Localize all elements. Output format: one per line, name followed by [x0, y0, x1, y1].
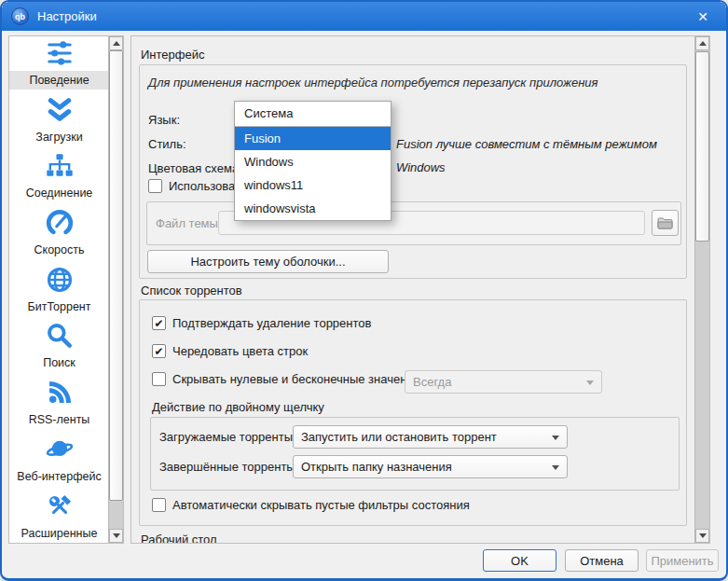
sliders-icon — [46, 39, 74, 67]
checkbox-box[interactable]: ✔ — [152, 344, 166, 358]
checkbox-box[interactable]: ✔ — [152, 316, 166, 330]
completed-action-combobox[interactable]: Открыть папку назначения — [293, 455, 568, 478]
sidebar-item-advanced[interactable]: Расширенные — [9, 490, 109, 545]
sidebar-item-list: Поведение Загрузки Соединение Скорость — [9, 36, 109, 544]
dropdown-item-windows11[interactable]: windows11 — [235, 173, 391, 197]
language-label: Язык: — [148, 108, 180, 131]
content-scrollbar[interactable] — [694, 36, 709, 543]
confirm-deletion-checkbox[interactable]: ✔ Подтверждать удаление торрентов — [152, 316, 371, 330]
style-dropdown-popup: Система Fusion Windows windows11 windows… — [234, 101, 391, 221]
folder-icon — [657, 217, 673, 229]
window-title: Настройки — [37, 2, 97, 31]
checkbox-box[interactable] — [152, 372, 166, 386]
dropdown-item-windows[interactable]: Windows — [235, 150, 391, 173]
checkbox-label: Чередовать цвета строк — [172, 344, 308, 358]
button-label: Применить — [651, 554, 713, 568]
scroll-up-button[interactable] — [695, 36, 709, 50]
combobox-value: Открыть папку назначения — [301, 460, 452, 474]
speedometer-icon — [46, 209, 74, 237]
sidebar-item-connection[interactable]: Соединение — [9, 149, 109, 206]
sidebar-item-search[interactable]: Поиск — [9, 319, 109, 376]
triangle-up-icon — [699, 41, 707, 46]
sidebar-item-bittorrent[interactable]: БитТоррент — [9, 263, 109, 320]
scroll-up-button[interactable] — [109, 36, 123, 50]
hide-values-combobox: Всегда — [405, 370, 602, 394]
scrollbar-handle[interactable] — [109, 50, 123, 501]
theme-file-label: Файл темы: — [156, 212, 222, 235]
checkbox-box[interactable] — [148, 179, 162, 193]
restart-notice: Для применения настроек интерфейса потре… — [148, 76, 598, 90]
button-label: OK — [511, 554, 529, 568]
sidebar-item-label: Расширенные — [9, 524, 109, 543]
apply-button: Применить — [646, 549, 719, 572]
sidebar-item-label: Соединение — [9, 184, 109, 202]
scrollbar-handle[interactable] — [695, 51, 709, 242]
close-button[interactable]: ✕ — [687, 4, 719, 29]
customize-theme-button[interactable]: Настроить тему оболочки... — [147, 250, 389, 273]
settings-content-panel: Интерфейс Для применения настроек интерф… — [130, 35, 710, 544]
dropdown-arrow-icon — [586, 380, 594, 385]
color-scheme-label: Цветовая схема: — [148, 157, 242, 180]
planet-icon — [46, 436, 74, 463]
dropdown-arrow-icon — [552, 465, 559, 470]
qbittorrent-logo-icon: qb — [11, 7, 29, 25]
sidebar-item-label: Поиск — [9, 353, 109, 372]
desktop-group-title: Рабочий стол — [141, 533, 217, 544]
interface-group-title: Интерфейс — [141, 48, 204, 62]
downloading-torrents-label: Загружаемые торренты: — [159, 425, 296, 449]
style-label: Стиль: — [148, 132, 186, 156]
sidebar-item-webui[interactable]: Веб-интерфейс — [9, 433, 109, 490]
completed-torrents-label: Завершённые торренты: — [159, 455, 298, 478]
downloading-action-combobox[interactable]: Запустить или остановить торрент — [293, 425, 568, 449]
dropdown-arrow-icon — [552, 436, 559, 440]
style-note: Fusion лучше совместим с тёмным режимом … — [396, 132, 709, 156]
settings-sidebar: Поведение Загрузки Соединение Скорость — [8, 35, 124, 544]
double-chevron-down-icon — [46, 96, 74, 124]
sidebar-scrollbar[interactable] — [108, 36, 123, 543]
titlebar[interactable]: qb Настройки ✕ — [2, 2, 726, 31]
auto-hide-filters-checkbox[interactable]: Автоматически скрывать пустые фильтры со… — [152, 498, 470, 512]
checkbox-label: Автоматически скрывать пустые фильтры со… — [172, 498, 470, 512]
torrent-list-group-title: Список торрентов — [141, 284, 242, 297]
tools-icon — [46, 492, 74, 520]
sidebar-item-downloads[interactable]: Загрузки — [9, 93, 109, 150]
dropdown-item-system[interactable]: Система — [235, 102, 391, 127]
scroll-down-button[interactable] — [695, 529, 709, 543]
globe-icon — [46, 266, 74, 294]
alternate-row-colors-checkbox[interactable]: ✔ Чередовать цвета строк — [152, 344, 308, 358]
sidebar-item-rss[interactable]: RSS-ленты — [9, 376, 109, 433]
rss-icon — [46, 379, 74, 407]
dropdown-item-windowsvista[interactable]: windowsvista — [235, 197, 391, 220]
cancel-button[interactable]: Отмена — [565, 549, 639, 572]
settings-dialog: qb Настройки ✕ Поведение Загрузки — [0, 0, 728, 581]
combobox-value: Всегда — [413, 375, 451, 389]
button-label: Отмена — [580, 554, 624, 568]
sidebar-item-label: RSS-ленты — [9, 410, 109, 429]
network-icon — [46, 152, 74, 180]
dropdown-item-fusion[interactable]: Fusion — [235, 127, 391, 150]
checkbox-label: Скрывать нулевые и бесконечные значения — [172, 372, 420, 386]
sidebar-item-label: Скорость — [9, 241, 109, 259]
use-custom-theme-checkbox[interactable]: Использовать — [148, 179, 247, 193]
hide-values-checkbox[interactable]: Скрывать нулевые и бесконечные значения — [152, 372, 420, 386]
search-icon — [46, 322, 74, 350]
sidebar-item-label: Поведение — [9, 71, 109, 90]
sidebar-item-label: Загрузки — [9, 128, 109, 146]
sidebar-item-label: БитТоррент — [9, 297, 109, 316]
sidebar-item-label: Веб-интерфейс — [9, 467, 109, 486]
sidebar-item-behavior[interactable]: Поведение — [9, 36, 109, 93]
checkbox-box[interactable] — [152, 498, 166, 512]
checkbox-label: Подтверждать удаление торрентов — [172, 316, 371, 330]
triangle-up-icon — [113, 41, 120, 46]
close-icon: ✕ — [697, 9, 708, 24]
sidebar-item-speed[interactable]: Скорость — [9, 206, 109, 263]
browse-theme-file-button[interactable] — [652, 210, 679, 236]
triangle-down-icon — [113, 533, 120, 538]
ok-button[interactable]: OK — [483, 549, 556, 572]
triangle-down-icon — [699, 533, 707, 538]
combobox-value: Запустить или остановить торрент — [301, 430, 497, 444]
button-label: Настроить тему оболочки... — [190, 255, 345, 269]
scroll-down-button[interactable] — [109, 529, 123, 543]
double-click-group-title: Действие по двойному щелчку — [152, 400, 324, 414]
